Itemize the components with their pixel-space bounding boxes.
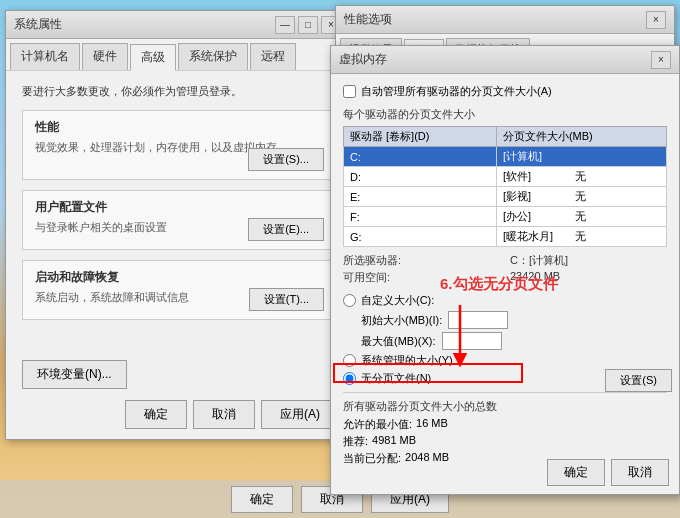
drive-row-e[interactable]: E: [影视] 无 <box>344 187 667 207</box>
virtual-memory-window: 虚拟内存 × 自动管理所有驱动器的分页文件大小(A) 每个驱动器的分页文件大小 … <box>330 45 680 495</box>
drive-d-letter: D: <box>344 167 497 187</box>
total-current-label: 当前已分配: <box>343 451 401 466</box>
sys-props-title: 系统属性 <box>14 16 62 33</box>
minimize-button[interactable]: — <box>275 16 295 34</box>
auto-manage-label[interactable]: 自动管理所有驱动器的分页文件大小(A) <box>361 84 552 99</box>
max-size-row: 最大值(MB)(X): <box>361 332 667 350</box>
divider <box>343 392 667 393</box>
virt-mem-titlebar[interactable]: 虚拟内存 × <box>331 46 679 74</box>
virt-mem-titlebar-buttons: × <box>651 51 671 69</box>
tab-remote[interactable]: 远程 <box>250 43 296 70</box>
total-section: 所有驱动器分页文件大小的总数 允许的最小值: 16 MB 推荐: 4981 MB… <box>343 399 667 466</box>
startup-recovery-label: 启动和故障恢复 <box>35 269 320 286</box>
available-space-value: 23420 MB <box>510 270 667 285</box>
pagesize-col-header: 分页文件大小(MB) <box>496 127 666 147</box>
custom-size-row: 自定义大小(C): <box>343 293 667 308</box>
virt-mem-ok-button[interactable]: 确定 <box>547 459 605 486</box>
sys-managed-label[interactable]: 系统管理的大小(Y) <box>361 353 453 368</box>
drive-c-letter: C: <box>344 147 497 167</box>
virt-mem-cancel-button[interactable]: 取消 <box>611 459 669 486</box>
custom-size-radio[interactable] <box>343 294 356 307</box>
drive-row-d[interactable]: D: [软件] 无 <box>344 167 667 187</box>
user-profile-settings-button[interactable]: 设置(E)... <box>248 218 324 241</box>
perf-options-title: 性能选项 <box>344 11 392 28</box>
auto-manage-checkbox[interactable] <box>343 85 356 98</box>
drive-row-f[interactable]: F: [办公] 无 <box>344 207 667 227</box>
drive-d-label: [软件] 无 <box>496 167 666 187</box>
sys-props-tabs-bar: 计算机名 硬件 高级 系统保护 远程 <box>6 39 349 71</box>
drive-e-label: [影视] 无 <box>496 187 666 207</box>
startup-recovery-settings-button[interactable]: 设置(T)... <box>249 288 324 311</box>
total-recommended-label: 推荐: <box>343 434 368 449</box>
selected-drive-value: C：[计算机] <box>510 253 667 268</box>
total-min-label: 允许的最小值: <box>343 417 412 432</box>
environment-variables-button[interactable]: 环境变量(N)... <box>22 360 127 389</box>
drive-section-header: 每个驱动器的分页文件大小 <box>343 107 667 122</box>
sys-props-content: 要进行大多数更改，你必须作为管理员登录。 性能 视觉效果，处理器计划，内存使用，… <box>6 71 349 342</box>
total-recommended-value: 4981 MB <box>372 434 416 449</box>
drive-table: 驱动器 [卷标](D) 分页文件大小(MB) C: [计算机] D: [软件] … <box>343 126 667 247</box>
sys-props-ok-button[interactable]: 确定 <box>125 400 187 429</box>
perf-options-titlebar[interactable]: 性能选项 × <box>336 6 674 34</box>
total-title: 所有驱动器分页文件大小的总数 <box>343 399 667 414</box>
maximize-button[interactable]: □ <box>298 16 318 34</box>
virt-mem-content: 自动管理所有驱动器的分页文件大小(A) 每个驱动器的分页文件大小 驱动器 [卷标… <box>331 74 679 478</box>
virt-mem-close-button[interactable]: × <box>651 51 671 69</box>
perf-options-titlebar-buttons: × <box>646 11 666 29</box>
max-size-input[interactable] <box>442 332 502 350</box>
sys-managed-radio[interactable] <box>343 354 356 367</box>
perf-close-button[interactable]: × <box>646 11 666 29</box>
total-recommended-row: 推荐: 4981 MB <box>343 434 667 449</box>
sys-props-cancel-button[interactable]: 取消 <box>193 400 255 429</box>
radio-group: 自定义大小(C): 初始大小(MB)(I): 最大值(MB)(X): 系统管理的… <box>343 293 667 386</box>
drive-row-g[interactable]: G: [暖花水月] 无 <box>344 227 667 247</box>
sys-props-bottom-buttons: 确定 取消 应用(A) <box>125 400 339 429</box>
performance-section: 性能 视觉效果，处理器计划，内存使用，以及虚拟内存 设置(S)... <box>22 110 333 180</box>
auto-manage-row: 自动管理所有驱动器的分页文件大小(A) <box>343 84 667 99</box>
selected-drive-label: 所选驱动器: <box>343 253 500 268</box>
main-ok-button[interactable]: 确定 <box>231 486 293 513</box>
drive-info-grid: 所选驱动器: C：[计算机] 可用空间: 23420 MB <box>343 253 667 285</box>
tab-hardware[interactable]: 硬件 <box>82 43 128 70</box>
drive-g-label: [暖花水月] 无 <box>496 227 666 247</box>
system-properties-window: 系统属性 — □ × 计算机名 硬件 高级 系统保护 远程 要进行大多数更改，你… <box>5 10 350 440</box>
drive-col-header: 驱动器 [卷标](D) <box>344 127 497 147</box>
tab-computer-name[interactable]: 计算机名 <box>10 43 80 70</box>
virt-mem-title: 虚拟内存 <box>339 51 387 68</box>
drive-e-letter: E: <box>344 187 497 207</box>
drive-row-c[interactable]: C: [计算机] <box>344 147 667 167</box>
drive-f-label: [办公] 无 <box>496 207 666 227</box>
custom-size-label[interactable]: 自定义大小(C): <box>361 293 434 308</box>
virt-mem-bottom-buttons: 确定 取消 <box>547 459 669 486</box>
performance-label: 性能 <box>35 119 320 136</box>
max-size-label: 最大值(MB)(X): <box>361 334 436 349</box>
no-paging-row: 无分页文件(N) 设置(S) <box>343 371 667 386</box>
sys-props-titlebar[interactable]: 系统属性 — □ × <box>6 11 349 39</box>
initial-size-input[interactable] <box>448 311 508 329</box>
sys-props-titlebar-buttons: — □ × <box>275 16 341 34</box>
tab-system-protection[interactable]: 系统保护 <box>178 43 248 70</box>
drive-g-letter: G: <box>344 227 497 247</box>
initial-size-row: 初始大小(MB)(I): <box>361 311 667 329</box>
drive-c-label: [计算机] <box>496 147 666 167</box>
startup-recovery-section: 启动和故障恢复 系统启动，系统故障和调试信息 设置(T)... <box>22 260 333 320</box>
total-current-value: 2048 MB <box>405 451 449 466</box>
no-paging-label[interactable]: 无分页文件(N) <box>361 371 431 386</box>
user-profile-section: 用户配置文件 与登录帐户相关的桌面设置 设置(E)... <box>22 190 333 250</box>
sys-managed-row: 系统管理的大小(Y) <box>343 353 667 368</box>
user-profile-label: 用户配置文件 <box>35 199 320 216</box>
set-button[interactable]: 设置(S) <box>605 369 672 392</box>
admin-description: 要进行大多数更改，你必须作为管理员登录。 <box>22 83 333 100</box>
drive-f-letter: F: <box>344 207 497 227</box>
performance-settings-button[interactable]: 设置(S)... <box>248 148 324 171</box>
available-space-label: 可用空间: <box>343 270 500 285</box>
tab-advanced[interactable]: 高级 <box>130 44 176 71</box>
no-paging-radio[interactable] <box>343 372 356 385</box>
initial-size-label: 初始大小(MB)(I): <box>361 313 442 328</box>
total-min-value: 16 MB <box>416 417 448 432</box>
sys-props-apply-button[interactable]: 应用(A) <box>261 400 339 429</box>
total-min-row: 允许的最小值: 16 MB <box>343 417 667 432</box>
